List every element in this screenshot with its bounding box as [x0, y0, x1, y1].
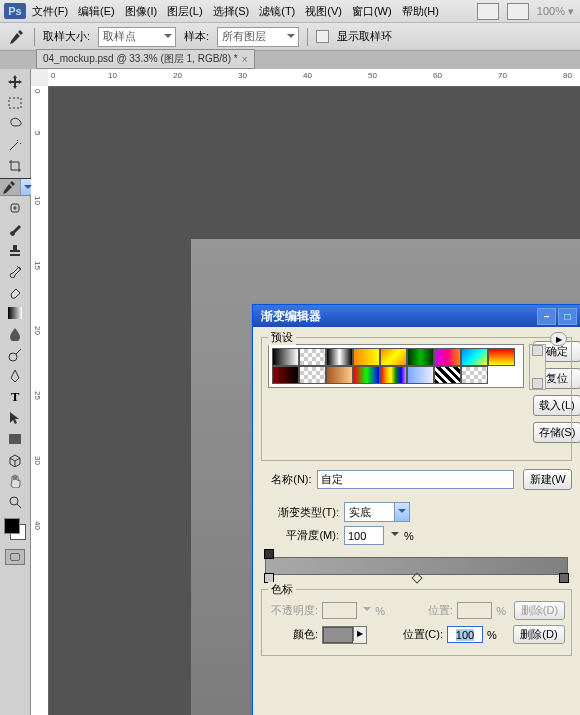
hand-tool-icon[interactable] [4, 472, 26, 490]
eraser-tool-icon[interactable] [4, 283, 26, 301]
dialog-titlebar[interactable]: 渐变编辑器 – □ [253, 305, 580, 327]
type-tool-icon[interactable]: T [4, 388, 26, 406]
preset-swatch[interactable] [461, 348, 488, 366]
preset-swatch[interactable] [407, 366, 434, 384]
sample-size-dropdown[interactable]: 取样点 [98, 27, 176, 47]
gradient-type-label: 渐变类型(T): [261, 505, 339, 520]
presets-label: 预设 [268, 330, 296, 345]
dodge-tool-icon[interactable] [4, 346, 26, 364]
toolbox: T [0, 69, 31, 715]
stamp-tool-icon[interactable] [4, 241, 26, 259]
minimize-icon[interactable]: – [537, 308, 556, 325]
color-location-input[interactable]: 100 [447, 626, 483, 643]
lasso-tool-icon[interactable] [4, 115, 26, 133]
dropdown-caret-icon [363, 607, 371, 615]
menu-help[interactable]: 帮助(H) [402, 4, 439, 19]
show-ring-checkbox[interactable] [316, 30, 329, 43]
gradient-editor-dialog: 渐变编辑器 – □ 确定 复位 载入(L) 存储(S) 预设 ▶ [252, 304, 580, 715]
quickmask-icon[interactable] [5, 549, 25, 565]
menubar: Ps 文件(F) 编辑(E) 图像(I) 图层(L) 选择(S) 滤镜(T) 视… [0, 0, 580, 23]
preset-swatch[interactable] [353, 366, 380, 384]
preset-swatch[interactable] [434, 366, 461, 384]
move-tool-icon[interactable] [4, 73, 26, 91]
document-tab[interactable]: 04_mockup.psd @ 33.3% (图层 1, RGB/8) * × [36, 49, 255, 69]
menu-select[interactable]: 选择(S) [213, 4, 250, 19]
delete-opacity-stop-button: 删除(D) [514, 601, 565, 620]
ruler-horizontal[interactable]: 01020304050607080 [48, 69, 580, 87]
crop-tool-icon[interactable] [4, 157, 26, 175]
3d-tool-icon[interactable] [4, 451, 26, 469]
percent-label: % [404, 530, 414, 542]
wand-tool-icon[interactable] [4, 136, 26, 154]
menu-layer[interactable]: 图层(L) [167, 4, 202, 19]
menu-window[interactable]: 窗口(W) [352, 4, 392, 19]
location-label: 位置(C): [393, 627, 443, 642]
preset-swatch[interactable] [407, 348, 434, 366]
preset-swatch[interactable] [272, 348, 299, 366]
location-label: 位置: [403, 603, 453, 618]
fg-bg-color[interactable] [4, 518, 26, 540]
smoothness-input[interactable]: 100 [344, 526, 384, 545]
menu-file[interactable]: 文件(F) [32, 4, 68, 19]
gradient-type-select[interactable]: 实底 [344, 502, 410, 522]
workspace-switcher[interactable] [477, 3, 499, 20]
opacity-stop[interactable] [264, 549, 274, 559]
gradient-name-input[interactable]: 自定 [317, 470, 515, 489]
marquee-tool-icon[interactable] [4, 94, 26, 112]
preset-menu-icon[interactable]: ▶ [550, 332, 567, 346]
dropdown-caret-icon[interactable] [391, 532, 399, 540]
preset-swatch[interactable] [461, 366, 488, 384]
menu-view[interactable]: 视图(V) [305, 4, 342, 19]
sample-target-dropdown[interactable]: 所有图层 [217, 27, 299, 47]
percent-label: % [487, 629, 497, 641]
document-tab-title: 04_mockup.psd @ 33.3% (图层 1, RGB/8) * [43, 52, 238, 66]
svg-rect-4 [9, 434, 21, 444]
gradient-tool-icon[interactable] [4, 304, 26, 322]
preset-swatch[interactable] [299, 366, 326, 384]
ruler-origin[interactable] [31, 69, 49, 87]
pen-tool-icon[interactable] [4, 367, 26, 385]
svg-point-5 [10, 497, 18, 505]
healing-tool-icon[interactable] [4, 199, 26, 217]
shape-tool-icon[interactable] [4, 430, 26, 448]
preset-swatch[interactable] [326, 348, 353, 366]
preset-swatch[interactable] [380, 348, 407, 366]
maximize-icon[interactable]: □ [558, 308, 577, 325]
color-label: 颜色: [268, 627, 318, 642]
show-ring-label: 显示取样环 [337, 29, 392, 44]
new-button[interactable]: 新建(W [523, 469, 572, 490]
photoshop-window: Ps 文件(F) 编辑(E) 图像(I) 图层(L) 选择(S) 滤镜(T) 视… [0, 0, 580, 715]
blur-tool-icon[interactable] [4, 325, 26, 343]
history-brush-tool-icon[interactable] [4, 262, 26, 280]
sample-size-label: 取样大小: [43, 29, 90, 44]
menu-image[interactable]: 图像(I) [125, 4, 157, 19]
screen-mode-icon[interactable] [507, 3, 529, 20]
preset-swatch[interactable] [272, 366, 299, 384]
ps-logo: Ps [4, 3, 26, 19]
preset-swatch[interactable] [353, 348, 380, 366]
menu-filter[interactable]: 滤镜(T) [259, 4, 295, 19]
preset-scrollbar[interactable] [529, 344, 546, 390]
preset-swatch[interactable] [380, 366, 407, 384]
preset-swatch[interactable] [326, 366, 353, 384]
menu-edit[interactable]: 编辑(E) [78, 4, 115, 19]
delete-color-stop-button[interactable]: 删除(D) [513, 625, 565, 644]
stops-fieldset: 色标 不透明度: % 位置: % 删除(D) 颜色: ▶ 位置(C): 100 … [261, 589, 572, 656]
color-chip[interactable]: ▶ [322, 626, 367, 644]
color-stop[interactable] [559, 573, 569, 583]
dialog-title: 渐变编辑器 [261, 308, 321, 325]
eyedropper-current-tool-icon[interactable] [6, 28, 26, 46]
preset-swatch[interactable] [488, 348, 515, 366]
gradient-preview-bar[interactable] [265, 557, 568, 575]
brush-tool-icon[interactable] [4, 220, 26, 238]
path-select-tool-icon[interactable] [4, 409, 26, 427]
opacity-label: 不透明度: [268, 603, 318, 618]
midpoint-handle[interactable] [412, 572, 423, 583]
close-tab-icon[interactable]: × [242, 54, 248, 65]
zoom-tool-icon[interactable] [4, 493, 26, 511]
stops-label: 色标 [268, 582, 296, 597]
ruler-vertical[interactable]: 05101520253040 [31, 86, 49, 715]
preset-swatch[interactable] [434, 348, 461, 366]
preset-swatch[interactable] [299, 348, 326, 366]
chevron-right-icon[interactable]: ▶ [353, 627, 366, 641]
